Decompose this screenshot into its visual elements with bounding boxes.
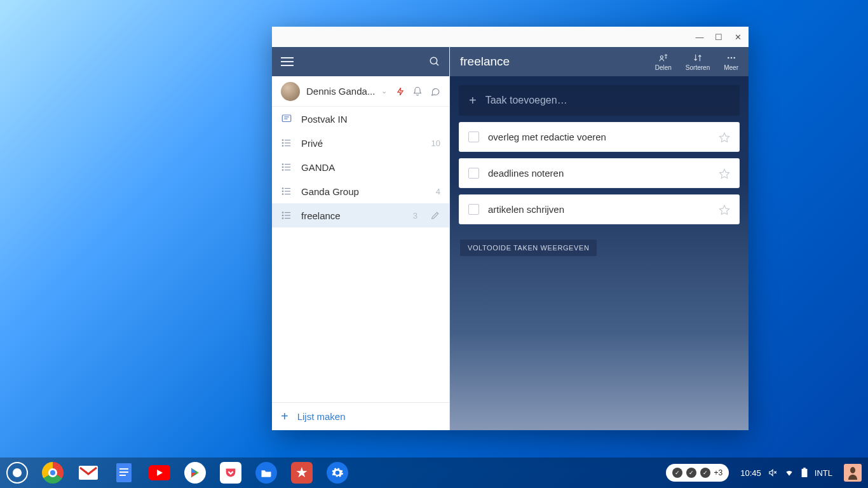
svg-marker-38 bbox=[720, 205, 729, 214]
svg-rect-2 bbox=[282, 115, 291, 122]
svg-point-8 bbox=[282, 140, 283, 141]
sidebar-header bbox=[272, 47, 449, 76]
svg-marker-36 bbox=[720, 133, 729, 142]
svg-point-14 bbox=[282, 164, 283, 165]
svg-point-20 bbox=[282, 188, 283, 189]
youtube-icon[interactable] bbox=[149, 462, 170, 484]
notif-count: +3 bbox=[714, 468, 723, 477]
svg-point-9 bbox=[282, 142, 283, 144]
battery-icon bbox=[801, 468, 808, 478]
user-avatar[interactable] bbox=[844, 464, 862, 482]
launcher-button[interactable] bbox=[6, 462, 28, 484]
profile-row[interactable]: Dennis Ganda... ⌄ bbox=[272, 76, 449, 107]
notification-pill[interactable]: ✓ ✓ ✓ +3 bbox=[666, 464, 729, 482]
sidebar: Dennis Ganda... ⌄ bbox=[272, 47, 450, 430]
wifi-icon bbox=[784, 468, 794, 477]
new-list-label: Lijst maken bbox=[297, 411, 346, 422]
svg-point-28 bbox=[282, 218, 283, 219]
star-icon[interactable] bbox=[719, 168, 730, 179]
svg-rect-54 bbox=[803, 468, 806, 469]
search-icon[interactable] bbox=[429, 56, 440, 67]
new-list-button[interactable]: + Lijst maken bbox=[272, 402, 449, 430]
list-count: 4 bbox=[436, 187, 440, 196]
chevron-down-icon[interactable]: ⌄ bbox=[381, 87, 387, 95]
sidebar-list-freelance[interactable]: freelance 3 bbox=[272, 203, 449, 227]
svg-rect-43 bbox=[119, 475, 126, 476]
titlebar: — ☐ ✕ bbox=[272, 27, 749, 47]
edit-icon[interactable] bbox=[430, 210, 440, 220]
chat-icon[interactable] bbox=[430, 86, 440, 97]
more-button[interactable]: Meer bbox=[724, 53, 738, 71]
check-icon: ✓ bbox=[672, 468, 682, 478]
svg-point-15 bbox=[282, 166, 283, 168]
svg-line-1 bbox=[436, 63, 438, 65]
inbox-icon bbox=[281, 113, 292, 125]
menu-icon[interactable] bbox=[281, 57, 294, 66]
svg-point-21 bbox=[282, 191, 283, 192]
profile-name: Dennis Ganda... bbox=[306, 86, 375, 97]
sort-button[interactable]: Sorteren bbox=[686, 53, 710, 71]
chrome-icon[interactable] bbox=[42, 462, 64, 484]
task-title: artikelen schrijven bbox=[488, 204, 564, 215]
svg-marker-48 bbox=[191, 473, 196, 478]
play-store-icon[interactable] bbox=[184, 462, 206, 484]
main-header: freelance Delen Sorteren Meer bbox=[450, 47, 749, 76]
plus-icon: + bbox=[469, 93, 477, 108]
list-icon bbox=[281, 137, 292, 149]
inbox-label: Postvak IN bbox=[301, 114, 440, 125]
share-button[interactable]: Delen bbox=[655, 53, 672, 71]
settings-icon[interactable] bbox=[327, 462, 348, 484]
svg-point-55 bbox=[850, 467, 855, 473]
bell-icon[interactable] bbox=[412, 86, 423, 97]
task-row[interactable]: artikelen schrijven bbox=[459, 194, 740, 224]
checkbox[interactable] bbox=[468, 204, 479, 215]
star-icon[interactable] bbox=[719, 132, 730, 143]
gmail-icon[interactable] bbox=[78, 462, 99, 484]
checkbox[interactable] bbox=[468, 168, 479, 179]
main-panel: freelance Delen Sorteren Meer bbox=[450, 47, 749, 430]
avatar bbox=[281, 82, 300, 101]
list-count: 10 bbox=[431, 139, 440, 148]
minimize-button[interactable]: — bbox=[694, 32, 705, 42]
svg-point-35 bbox=[733, 57, 735, 58]
task-row[interactable]: overleg met redactie voeren bbox=[459, 122, 740, 152]
sort-icon bbox=[693, 53, 703, 63]
files-icon[interactable] bbox=[255, 462, 277, 484]
svg-point-0 bbox=[430, 57, 437, 64]
svg-point-26 bbox=[282, 212, 283, 214]
check-icon: ✓ bbox=[700, 468, 710, 478]
mute-icon bbox=[768, 468, 778, 477]
list-label: GANDA bbox=[301, 162, 431, 173]
activity-icon[interactable] bbox=[396, 86, 405, 97]
svg-point-30 bbox=[665, 54, 667, 56]
clock: 10:45 bbox=[740, 468, 761, 478]
plus-icon: + bbox=[281, 409, 288, 424]
list-count: 3 bbox=[413, 211, 417, 220]
sidebar-list-prive[interactable]: Privé 10 bbox=[272, 131, 449, 155]
wunderlist-icon[interactable]: ★ bbox=[291, 462, 313, 484]
docs-icon[interactable] bbox=[113, 462, 135, 484]
star-icon[interactable] bbox=[719, 204, 730, 215]
svg-rect-42 bbox=[119, 471, 128, 473]
os-taskbar: ★ ✓ ✓ ✓ +3 10:45 INTL bbox=[0, 458, 868, 488]
show-completed-button[interactable]: VOLTOOIDE TAKEN WEERGEVEN bbox=[460, 240, 597, 256]
check-icon: ✓ bbox=[686, 468, 696, 478]
list-title: freelance bbox=[460, 55, 510, 69]
list-label: freelance bbox=[301, 210, 404, 221]
svg-point-22 bbox=[282, 194, 283, 195]
maximize-button[interactable]: ☐ bbox=[713, 32, 724, 42]
sidebar-list-ganda-group[interactable]: Ganda Group 4 bbox=[272, 179, 449, 203]
close-button[interactable]: ✕ bbox=[732, 32, 743, 42]
list-icon bbox=[281, 210, 292, 221]
checkbox[interactable] bbox=[468, 132, 479, 142]
task-row[interactable]: deadlines noteren bbox=[459, 158, 740, 188]
list-icon bbox=[281, 161, 292, 173]
svg-rect-41 bbox=[119, 468, 128, 470]
sidebar-inbox[interactable]: Postvak IN bbox=[272, 107, 449, 131]
share-icon bbox=[658, 53, 669, 63]
system-tray[interactable]: 10:45 INTL bbox=[735, 468, 837, 478]
list-label: Privé bbox=[301, 138, 423, 149]
sidebar-list-ganda[interactable]: GANDA bbox=[272, 155, 449, 179]
pocket-icon[interactable] bbox=[220, 462, 241, 484]
add-task-input[interactable]: + Taak toevoegen… bbox=[459, 85, 740, 116]
